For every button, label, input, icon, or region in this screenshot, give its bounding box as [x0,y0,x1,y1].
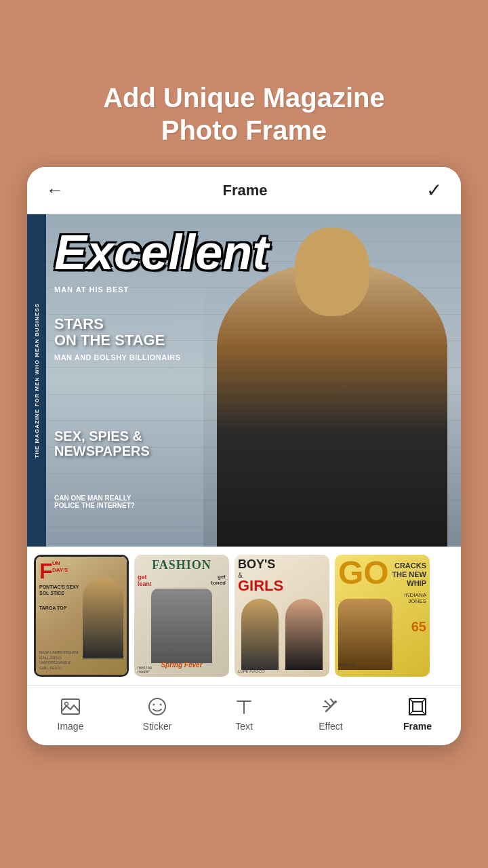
magazine-headline1: STARS ON THE STAGE [54,316,165,349]
thumb2-bg: FASHION getlean! gettoned Spring Fever n… [134,555,229,677]
magazine-subtitle: MAN AT HIS BEST [54,285,129,294]
toolbar-item-effect[interactable]: Effect [287,696,374,732]
frame-icon [407,696,428,717]
toolbar-item-text[interactable]: Text [201,696,287,732]
svg-point-12 [325,701,327,703]
svg-rect-0 [62,699,79,714]
page-header: Add Unique Magazine Photo Frame [49,41,439,146]
toolbar-label-effect: Effect [319,721,343,732]
thumbnail-2[interactable]: FASHION getlean! gettoned Spring Fever n… [134,555,229,677]
person-body [217,262,447,547]
thumbnail-3[interactable]: BOY'S & GIRLS LUPE FIASCO [235,555,329,677]
toolbar-label-sticker: Sticker [143,721,172,732]
toolbar-label-text: Text [235,721,253,732]
magazine-sidebar: THE MAGAZINE FOR MEN WHO MEAN BUSINESS [27,214,46,547]
text-icon [234,696,254,717]
sticker-icon [147,696,167,717]
phone-container: ← Frame ✓ [27,167,461,745]
thumbnail-1[interactable]: F UNDAY'S PONTIAC'S SEXYSOL STICE TARGA … [34,555,129,677]
magazine-headline2: SEX, SPIES & NEWSPAPERS [54,429,150,458]
toolbar-item-sticker[interactable]: Sticker [114,696,201,732]
thumb3-bg: BOY'S & GIRLS LUPE FIASCO [235,555,329,677]
image-icon [60,696,81,717]
sidebar-text: THE MAGAZINE FOR MEN WHO MEAN BUSINESS [34,303,40,458]
toolbar-item-frame[interactable]: Frame [374,696,461,732]
svg-point-2 [149,698,165,715]
navbar: ← Frame ✓ [27,167,461,214]
thumb1-bg: F UNDAY'S PONTIAC'S SEXYSOL STICE TARGA … [36,557,127,675]
svg-point-11 [334,701,337,703]
svg-rect-14 [413,702,422,711]
toolbar-item-image[interactable]: Image [27,696,114,732]
person-illustration [203,269,461,547]
header-title-line1: Add Unique Magazine Photo Frame [76,81,412,146]
svg-point-3 [153,704,155,706]
magazine-title: Excellent [54,228,447,277]
magazine-preview: THE MAGAZINE FOR MEN WHO MEAN BUSINESS E… [27,214,461,547]
effect-icon [321,696,341,717]
confirm-button[interactable]: ✓ [426,179,442,201]
bottom-toolbar: Image Sticker Text [27,685,461,745]
magazine-headline1-sub: MAN AND BOLSHY BILLIONAIRS [54,353,181,361]
magazine-headline2-sub: CAN ONE MAN REALLY POLICE THE INTERNET? [54,494,135,509]
thumbnails-row: F UNDAY'S PONTIAC'S SEXYSOL STICE TARGA … [27,547,461,685]
toolbar-label-frame: Frame [403,721,432,732]
thumbnail-4[interactable]: GO CRACKSTHE NEWWHIP INDIANAJONES 65 HOW… [335,555,430,677]
magazine-cover: THE MAGAZINE FOR MEN WHO MEAN BUSINESS E… [27,214,461,547]
svg-point-4 [160,704,162,706]
navbar-title: Frame [222,182,267,199]
svg-line-8 [326,702,330,706]
thumb4-bg: GO CRACKSTHE NEWWHIP INDIANAJONES 65 HOW… [335,555,430,677]
toolbar-label-image: Image [58,721,84,732]
back-button[interactable]: ← [46,180,64,201]
